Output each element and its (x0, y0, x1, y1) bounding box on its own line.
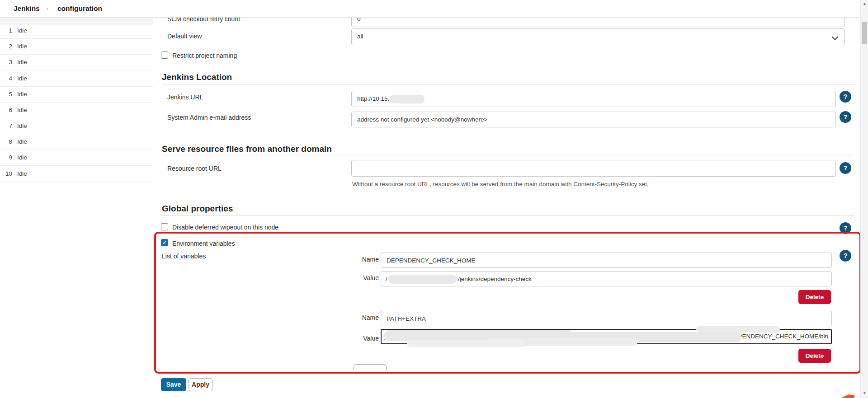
executor-row-8[interactable]: 8Idle (0, 134, 153, 150)
checkmark-icon: ✓ (162, 239, 167, 246)
jenkins-url-value: http://10.15. (357, 95, 389, 102)
admin-email-label: System Admin e-mail address (167, 113, 251, 122)
executor-row-3[interactable]: 3Idle (0, 54, 153, 70)
add-button-fragment[interactable] (354, 364, 387, 370)
serve-resources-heading: Serve resource files from another domain (162, 144, 332, 155)
breadcrumb-configuration[interactable]: configuration (57, 0, 102, 17)
orange-cursor-fragment (841, 394, 855, 398)
section-divider (162, 215, 854, 216)
breadcrumb-chevron-icon: › (47, 0, 48, 17)
variable-2-name-label: Name (342, 314, 379, 322)
default-view-label: Default view (167, 32, 202, 40)
restrict-naming-checkbox[interactable] (161, 52, 168, 59)
resource-root-label: Resource root URL (167, 164, 222, 173)
variable-1-name-value: DEPENDENCY_CHECK_HOME (387, 257, 476, 264)
executor-row-4[interactable]: 4Idle (0, 70, 153, 87)
variable-2-name-value: PATH+EXTRA (387, 315, 426, 322)
admin-email-value: address not configured yet <nobody@nowhe… (357, 116, 487, 123)
environment-variables-label: Environment variables (172, 239, 235, 248)
variable-1-name-label: Name (342, 255, 379, 263)
admin-email-input[interactable]: address not configured yet <nobody@nowhe… (351, 112, 836, 127)
variable-2-value-redaction (696, 326, 780, 332)
resource-root-note: Without a resource root URL, resources w… (352, 181, 649, 187)
variable-1-value-label: Value (342, 274, 379, 282)
top-bar: Jenkins › configuration (0, 0, 860, 18)
executor-row-10[interactable]: 10Idle (0, 166, 153, 182)
restrict-naming-label: Restrict project naming (172, 52, 237, 60)
default-view-value: all (357, 33, 363, 40)
jenkins-location-heading: Jenkins Location (162, 72, 232, 83)
global-properties-heading: Global properties (162, 203, 233, 214)
default-view-select[interactable]: all (351, 28, 845, 45)
scroll-up-icon[interactable]: ▲ (861, 2, 868, 6)
executor-row-5[interactable]: 5Idle (0, 86, 153, 103)
resource-root-input[interactable] (351, 160, 836, 177)
variable-1-value-input[interactable]: / /jenkins/dependency-check (381, 271, 832, 286)
disable-wipeout-checkbox[interactable] (161, 223, 168, 230)
executor-row-9[interactable]: 9Idle (0, 150, 153, 166)
disable-wipeout-label: Disable deferred wipeout on this node (172, 223, 278, 231)
executor-row-2[interactable]: 2Idle (0, 38, 153, 55)
jenkins-url-input[interactable]: http://10.15. (351, 91, 836, 107)
executor-row-7[interactable]: 7Idle (0, 118, 153, 134)
list-of-variables-label: List of variables (162, 252, 206, 260)
scroll-down-icon[interactable]: ▼ (861, 391, 868, 395)
vertical-scrollbar[interactable]: ▲ ▼ (860, 0, 868, 398)
jenkins-url-redaction (389, 95, 425, 103)
chevron-down-icon (832, 34, 838, 40)
scrollbar-thumb[interactable] (862, 22, 867, 44)
variable-2-value-label: Value (342, 334, 379, 342)
variable-1-value-prefix: / (386, 272, 387, 286)
variable-1-delete-button[interactable]: Delete (798, 290, 831, 304)
save-button[interactable]: Save (161, 378, 186, 391)
jenkins-url-help-icon[interactable]: ? (840, 91, 851, 103)
variable-2-delete-button[interactable]: Delete (798, 349, 831, 363)
variable-1-name-input[interactable]: DEPENDENCY_CHECK_HOME (381, 253, 832, 268)
variable-2-value-redaction (407, 340, 524, 347)
variable-2-name-input[interactable]: PATH+EXTRA (381, 311, 832, 326)
executor-row-1[interactable]: 1Idle (0, 23, 153, 39)
section-divider (162, 155, 854, 155)
list-of-variables-help-icon[interactable]: ? (840, 250, 851, 262)
executor-row-6[interactable]: 6Idle (0, 102, 153, 118)
jenkins-configuration-page: SCM checkout retry count 0 Jenkins › con… (0, 0, 868, 398)
resource-root-help-icon[interactable]: ? (840, 162, 851, 174)
disable-wipeout-help-icon[interactable]: ? (840, 222, 851, 234)
variable-1-value-suffix: /jenkins/dependency-check (458, 272, 532, 286)
breadcrumb-jenkins[interactable]: Jenkins (14, 0, 40, 17)
apply-button[interactable]: Apply (189, 378, 212, 391)
jenkins-url-label: Jenkins URL (167, 93, 203, 101)
admin-email-help-icon[interactable]: ? (840, 111, 851, 123)
section-divider (162, 84, 854, 84)
variable-1-value-redaction (388, 275, 457, 284)
environment-variables-checkbox[interactable]: ✓ (161, 239, 168, 246)
